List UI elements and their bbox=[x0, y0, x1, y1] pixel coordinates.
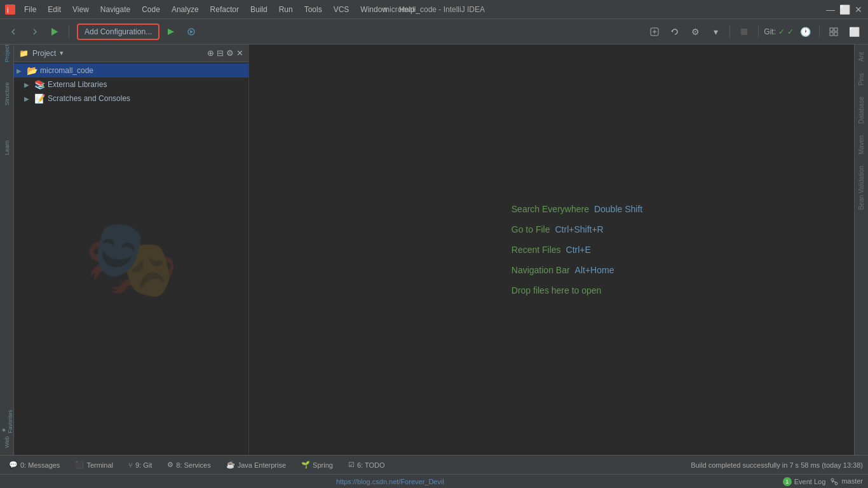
branch-label[interactable]: master bbox=[831, 477, 863, 485]
spring-icon: 🌱 bbox=[301, 461, 310, 469]
tree-item-root[interactable]: ▶ 📂 micromall_code bbox=[14, 64, 248, 78]
svg-marker-3 bbox=[168, 29, 174, 35]
settings-icon[interactable]: ⚙ bbox=[686, 23, 704, 41]
goto-file-key: Ctrl+Shift+R bbox=[555, 224, 603, 234]
git-tab-icon: ⑂ bbox=[128, 461, 133, 469]
event-log-badge: 1 bbox=[783, 477, 792, 486]
left-icon-structure[interactable]: Structure bbox=[1, 88, 13, 100]
svg-marker-5 bbox=[190, 30, 193, 34]
breadcrumb-icon[interactable] bbox=[825, 23, 843, 41]
tab-messages[interactable]: 💬 0: Messages bbox=[5, 459, 64, 470]
project-folder-icon: 📂 bbox=[27, 65, 37, 76]
dropdown-icon[interactable]: ▾ bbox=[707, 23, 724, 41]
tree-label-root: micromall_code bbox=[40, 66, 93, 75]
messages-icon: 💬 bbox=[9, 461, 18, 469]
menu-edit[interactable]: Edit bbox=[43, 4, 66, 15]
titlebar: i File Edit View Navigate Code Analyze R… bbox=[0, 0, 868, 19]
svg-text:i: i bbox=[7, 6, 9, 15]
menu-analyze[interactable]: Analyze bbox=[166, 4, 204, 15]
project-panel-header: 📁 Project ▾ ⊕ ⊟ ⚙ ✕ bbox=[14, 44, 248, 62]
right-panel-maven[interactable]: Maven bbox=[857, 130, 866, 159]
menu-build[interactable]: Build bbox=[245, 4, 273, 15]
back-button[interactable] bbox=[5, 23, 23, 41]
menu-code[interactable]: Code bbox=[137, 4, 165, 15]
svg-rect-11 bbox=[830, 32, 833, 36]
tab-todo[interactable]: ☑ 6: TODO bbox=[344, 459, 389, 470]
right-panel-ant[interactable]: Ant bbox=[857, 47, 866, 67]
services-label: 8: Services bbox=[176, 461, 210, 469]
svg-point-14 bbox=[835, 482, 837, 485]
close-button[interactable]: ✕ bbox=[854, 5, 863, 14]
svg-marker-2 bbox=[51, 28, 58, 36]
debug-button[interactable] bbox=[182, 23, 200, 41]
menu-refactor[interactable]: Refactor bbox=[205, 4, 244, 15]
drop-text-label: Drop files here to open bbox=[512, 285, 602, 295]
svg-point-13 bbox=[831, 478, 834, 481]
expand-icon[interactable]: ⬜ bbox=[845, 23, 863, 41]
sidebar-close-icon[interactable]: ✕ bbox=[236, 48, 243, 58]
project-tree: ▶ 📂 micromall_code ▶ 📚 External Librarie… bbox=[14, 62, 248, 455]
tab-services[interactable]: ⚙ 8: Services bbox=[163, 459, 214, 470]
library-icon: 📚 bbox=[34, 79, 45, 90]
left-icon-project[interactable]: Project bbox=[1, 47, 13, 60]
left-icon-web[interactable]: Web bbox=[1, 436, 13, 449]
sidebar-collapse-icon[interactable]: ⊟ bbox=[217, 48, 224, 58]
menu-file[interactable]: File bbox=[19, 4, 41, 15]
left-icon-learn[interactable]: Learn bbox=[1, 141, 13, 154]
git-push-icon[interactable]: ✓ bbox=[778, 27, 785, 36]
run-arrow-icon bbox=[46, 23, 64, 41]
event-log-label: Event Log bbox=[794, 478, 826, 485]
tab-spring[interactable]: 🌱 Spring bbox=[297, 459, 337, 470]
rebuild-icon[interactable] bbox=[666, 23, 684, 41]
toolbar-separator-2 bbox=[729, 25, 730, 38]
sidebar-settings-icon[interactable]: ⚙ bbox=[226, 48, 234, 58]
event-log-item[interactable]: 1 Event Log bbox=[783, 477, 826, 486]
git-pull-icon[interactable]: ✓ bbox=[787, 27, 794, 36]
tree-label-ext: External Libraries bbox=[48, 80, 107, 89]
recent-files-label: Recent Files bbox=[512, 245, 561, 255]
sidebar-locate-icon[interactable]: ⊕ bbox=[207, 48, 214, 58]
tab-java-enterprise[interactable]: ☕ Java Enterprise bbox=[222, 459, 290, 470]
stop-icon[interactable] bbox=[735, 23, 753, 41]
java-enterprise-label: Java Enterprise bbox=[238, 461, 286, 469]
navigation-bar-label: Navigation Bar bbox=[512, 265, 570, 275]
shortcut-search-everywhere: Search Everywhere Double Shift bbox=[512, 204, 642, 214]
recent-files-key: Ctrl+E bbox=[566, 245, 591, 255]
left-icon-favorites[interactable]: ★ Favorites bbox=[1, 416, 13, 428]
history-icon[interactable]: 🕐 bbox=[796, 23, 814, 41]
menu-tools[interactable]: Tools bbox=[299, 4, 327, 15]
right-panel-database[interactable]: Database bbox=[857, 92, 866, 129]
svg-rect-9 bbox=[830, 28, 833, 31]
tree-arrow-ext: ▶ bbox=[24, 81, 32, 88]
maximize-button[interactable]: ⬜ bbox=[840, 5, 849, 14]
tree-item-external-libraries[interactable]: ▶ 📚 External Libraries bbox=[14, 78, 248, 92]
java-enterprise-icon: ☕ bbox=[226, 461, 235, 469]
right-panel-bean-validation[interactable]: Bean Validation bbox=[857, 161, 866, 215]
tree-item-scratches[interactable]: ▶ 📝 Scratches and Consoles bbox=[14, 92, 248, 105]
left-panel-icons: Project Structure Learn ★ Favorites Web bbox=[0, 44, 14, 455]
tab-git[interactable]: ⑂ 9: Git bbox=[125, 460, 156, 470]
menu-run[interactable]: Run bbox=[274, 4, 298, 15]
shortcut-navigation-bar: Navigation Bar Alt+Home bbox=[512, 265, 642, 275]
minimize-button[interactable]: — bbox=[826, 5, 835, 14]
svg-rect-10 bbox=[834, 28, 837, 31]
shortcut-goto-file: Go to File Ctrl+Shift+R bbox=[512, 224, 642, 234]
url-label[interactable]: https://blog.csdn.net/Forever_Devil bbox=[336, 478, 444, 485]
add-configuration-button[interactable]: Add Configuration... bbox=[77, 24, 159, 40]
menu-view[interactable]: View bbox=[67, 4, 94, 15]
forward-button[interactable] bbox=[25, 23, 43, 41]
svg-marker-7 bbox=[671, 30, 673, 32]
menu-vcs[interactable]: VCS bbox=[329, 4, 355, 15]
svg-rect-12 bbox=[834, 32, 837, 36]
tab-terminal[interactable]: ⬛ Terminal bbox=[71, 459, 117, 470]
menu-navigate[interactable]: Navigate bbox=[95, 4, 135, 15]
run-button[interactable] bbox=[162, 23, 180, 41]
window-title: micromall_code - IntelliJ IDEA bbox=[383, 5, 485, 14]
drop-files-text: Drop files here to open bbox=[512, 285, 642, 295]
build-icon[interactable] bbox=[646, 23, 663, 41]
right-panel: Ant Pins Database Maven Bean Validation bbox=[854, 44, 868, 455]
right-panel-pins[interactable]: Pins bbox=[857, 68, 866, 90]
project-panel: 📁 Project ▾ ⊕ ⊟ ⚙ ✕ ▶ 📂 micromall_code ▶… bbox=[14, 44, 249, 455]
toolbar: Add Configuration... ⚙ ▾ bbox=[0, 19, 868, 44]
svg-line-16 bbox=[832, 481, 836, 482]
